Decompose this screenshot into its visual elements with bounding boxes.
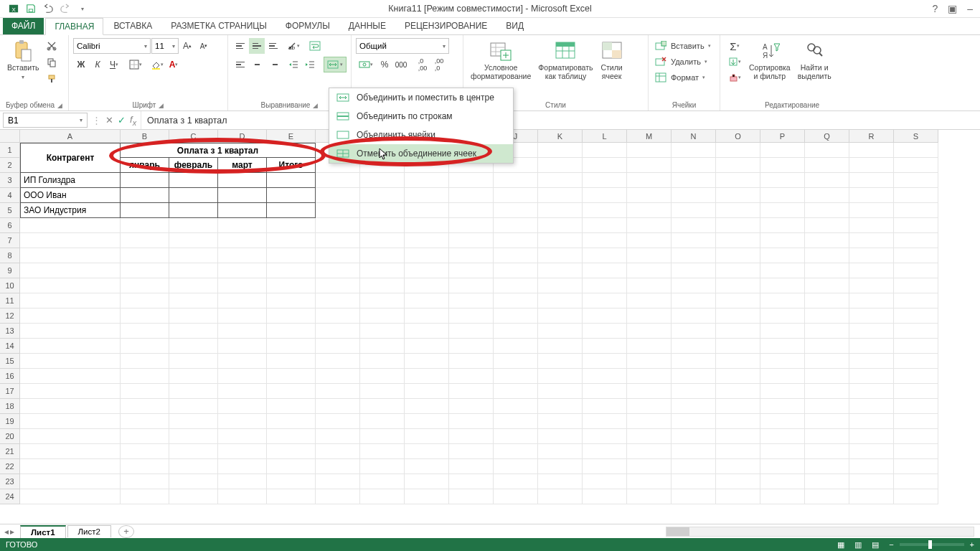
cell[interactable] xyxy=(583,173,627,188)
cell[interactable] xyxy=(760,444,805,459)
cell[interactable] xyxy=(121,399,169,414)
align-top-icon[interactable] xyxy=(232,38,248,54)
cell[interactable] xyxy=(805,399,849,414)
table-data-cell[interactable] xyxy=(169,173,218,188)
cell[interactable] xyxy=(805,248,849,263)
cell[interactable] xyxy=(805,173,849,188)
cell[interactable] xyxy=(849,278,894,293)
cell[interactable] xyxy=(20,233,121,248)
row-header[interactable]: 24 xyxy=(0,489,20,504)
row-header[interactable]: 16 xyxy=(0,369,20,384)
cell[interactable] xyxy=(849,233,894,248)
cell[interactable] xyxy=(805,429,849,444)
cell[interactable] xyxy=(627,339,672,354)
cell[interactable] xyxy=(583,444,627,459)
cell[interactable] xyxy=(538,278,583,293)
copy-icon[interactable] xyxy=(44,55,60,70)
cell-styles-button[interactable]: Стили ячеек xyxy=(598,38,626,82)
cell[interactable] xyxy=(583,278,627,293)
cell[interactable] xyxy=(169,429,218,444)
cell[interactable] xyxy=(538,248,583,263)
cell[interactable] xyxy=(760,339,805,354)
cell[interactable] xyxy=(849,354,894,369)
cell[interactable] xyxy=(672,278,716,293)
cell[interactable] xyxy=(218,489,267,504)
cell[interactable] xyxy=(583,203,627,218)
cell[interactable] xyxy=(849,429,894,444)
cell[interactable] xyxy=(267,354,316,369)
cell[interactable] xyxy=(121,218,169,233)
cell[interactable] xyxy=(20,474,121,489)
cell[interactable] xyxy=(449,429,494,444)
menu-merge-across[interactable]: Объединить по строкам xyxy=(329,107,513,126)
cell[interactable] xyxy=(894,354,938,369)
cell[interactable] xyxy=(672,188,716,203)
cell[interactable] xyxy=(716,444,760,459)
cell[interactable] xyxy=(316,489,360,504)
cell[interactable] xyxy=(316,429,360,444)
cell[interactable] xyxy=(494,218,538,233)
cell[interactable] xyxy=(760,263,805,278)
cut-icon[interactable] xyxy=(44,38,60,54)
cell[interactable] xyxy=(218,459,267,474)
cell[interactable] xyxy=(805,218,849,233)
cell[interactable] xyxy=(716,489,760,504)
row-header[interactable]: 19 xyxy=(0,414,20,429)
row-header[interactable]: 8 xyxy=(0,248,20,263)
cell[interactable] xyxy=(121,369,169,384)
zoom-out-icon[interactable]: − xyxy=(889,540,893,549)
cell[interactable] xyxy=(449,173,494,188)
cell[interactable] xyxy=(805,444,849,459)
cell[interactable] xyxy=(360,459,405,474)
save-icon[interactable] xyxy=(23,1,39,17)
row-header[interactable]: 3 xyxy=(0,173,20,188)
find-select-button[interactable]: Найти и выделить xyxy=(795,38,834,82)
cell[interactable] xyxy=(169,489,218,504)
fill-color-icon[interactable]: ▾ xyxy=(149,57,165,72)
cell[interactable] xyxy=(583,384,627,399)
table-data-cell[interactable] xyxy=(218,173,267,188)
delete-cells-button[interactable]: Удалить▾ xyxy=(653,54,712,70)
cell[interactable] xyxy=(805,188,849,203)
cell[interactable] xyxy=(716,248,760,263)
cell[interactable] xyxy=(360,369,405,384)
sheet-tab-1[interactable]: Лист1 xyxy=(20,525,66,538)
cell[interactable] xyxy=(169,414,218,429)
decrease-font-icon[interactable]: A▾ xyxy=(196,38,212,54)
cell[interactable] xyxy=(267,399,316,414)
excel-app-icon[interactable]: X xyxy=(6,1,22,17)
cell[interactable] xyxy=(583,399,627,414)
cell[interactable] xyxy=(538,354,583,369)
cell[interactable] xyxy=(121,489,169,504)
table-data-cell[interactable] xyxy=(169,203,218,218)
cell[interactable] xyxy=(316,414,360,429)
cell[interactable] xyxy=(716,218,760,233)
cell[interactable] xyxy=(583,429,627,444)
cell[interactable] xyxy=(894,369,938,384)
cell[interactable] xyxy=(672,293,716,309)
cell[interactable] xyxy=(849,143,894,158)
format-cells-button[interactable]: Формат▾ xyxy=(653,70,712,85)
cell[interactable] xyxy=(494,384,538,399)
cell[interactable] xyxy=(267,293,316,309)
cell[interactable] xyxy=(267,339,316,354)
cell[interactable] xyxy=(20,324,121,339)
row-header[interactable]: 21 xyxy=(0,444,20,459)
cell[interactable] xyxy=(716,429,760,444)
cell[interactable] xyxy=(218,339,267,354)
cell[interactable] xyxy=(716,263,760,278)
cell[interactable] xyxy=(849,293,894,309)
cell[interactable] xyxy=(449,459,494,474)
cell[interactable] xyxy=(267,369,316,384)
cell[interactable] xyxy=(169,309,218,324)
column-header[interactable]: R xyxy=(849,130,894,143)
cell[interactable] xyxy=(169,233,218,248)
sort-filter-button[interactable]: АЯ Сортировка и фильтр xyxy=(746,38,793,82)
row-header[interactable]: 9 xyxy=(0,263,20,278)
cell[interactable] xyxy=(716,309,760,324)
cell[interactable] xyxy=(360,293,405,309)
cell[interactable] xyxy=(627,309,672,324)
cell[interactable] xyxy=(627,233,672,248)
autosum-icon[interactable]: Σ▾ xyxy=(725,38,745,54)
cancel-icon[interactable]: ✕ xyxy=(105,115,113,126)
